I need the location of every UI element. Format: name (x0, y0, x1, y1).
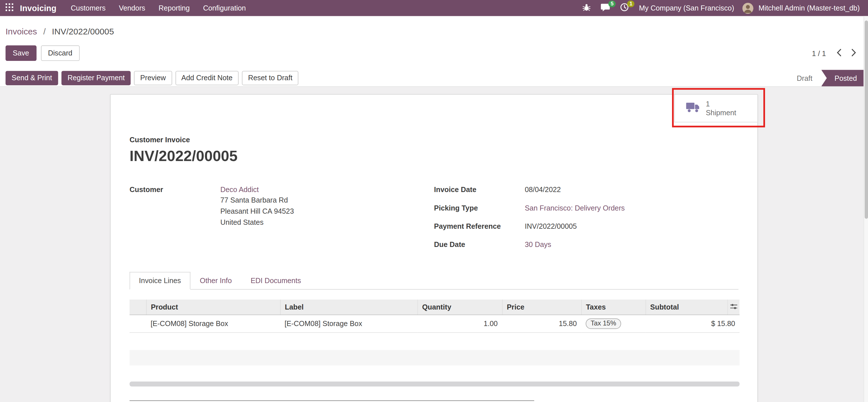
top-navbar: Invoicing Customers Vendors Reporting Co… (0, 0, 868, 16)
table-header-row: Product Label Quantity Price Taxes Subto… (129, 300, 739, 315)
add-credit-note-button[interactable]: Add Credit Note (175, 71, 239, 85)
discard-button[interactable]: Discard (41, 45, 79, 61)
statusbar: Send & Print Register Payment Preview Ad… (0, 70, 868, 87)
horizontal-scrollbar[interactable] (129, 381, 739, 386)
navbar-systray: 5 1 My Company (San Francisco) (578, 0, 865, 16)
chevron-left-icon (836, 49, 842, 58)
picking-type-label: Picking Type (434, 203, 525, 213)
address-line: 77 Santa Barbara Rd (220, 195, 294, 206)
activities-button[interactable]: 1 (615, 0, 634, 16)
address-line: United States (220, 217, 294, 228)
customer-label: Customer (129, 185, 220, 228)
activities-badge: 1 (627, 1, 634, 7)
due-date-value[interactable]: 30 Days (525, 240, 551, 250)
company-switcher[interactable]: My Company (San Francisco) (634, 0, 739, 16)
send-print-button[interactable]: Send & Print (5, 71, 58, 85)
invoice-number-title: INV/2022/00005 (129, 147, 738, 165)
tab-other-info[interactable]: Other Info (190, 272, 241, 290)
vertical-scrollbar-thumb[interactable] (865, 21, 868, 219)
invoice-date-label: Invoice Date (434, 185, 525, 195)
pager-previous-button[interactable] (832, 47, 847, 59)
label-column-header[interactable]: Label (280, 300, 417, 315)
product-cell[interactable]: [E-COM08] Storage Box (146, 315, 280, 332)
field-groups: Customer Deco Addict 77 Santa Barbara Rd… (129, 185, 738, 258)
register-payment-button[interactable]: Register Payment (61, 71, 131, 85)
invoice-date-value[interactable]: 08/04/2022 (525, 185, 561, 195)
user-avatar[interactable] (743, 3, 754, 14)
quantity-cell[interactable]: 1.00 (417, 315, 502, 332)
address-line: Pleasant Hill CA 94523 (220, 206, 294, 217)
user-menu[interactable]: Mitchell Admin (Master-test_db) (754, 0, 865, 16)
row-handle-cell (129, 315, 146, 332)
tab-edi-documents[interactable]: EDI Documents (241, 272, 310, 290)
invoice-date-field: Invoice Date 08/04/2022 (434, 185, 739, 195)
customer-link[interactable]: Deco Addict (220, 185, 259, 194)
status-pipeline: Draft Posted (788, 70, 868, 86)
status-draft[interactable]: Draft (788, 70, 821, 86)
breadcrumb-current: INV/2022/00005 (52, 27, 114, 36)
invoice-sheet: 1 Shipment Customer Invoice INV/2022/000… (110, 94, 758, 402)
taxes-column-header[interactable]: Taxes (581, 300, 646, 315)
save-button[interactable]: Save (5, 45, 36, 61)
breadcrumb-separator: / (43, 27, 45, 36)
customer-field: Customer Deco Addict 77 Santa Barbara Rd… (129, 185, 434, 228)
pager: 1 / 1 (812, 47, 862, 59)
shipment-label: Shipment (706, 109, 736, 117)
app-name[interactable]: Invoicing (20, 3, 56, 13)
document-type-label: Customer Invoice (129, 136, 738, 144)
shipment-count: 1 (706, 99, 736, 108)
vertical-scrollbar-track[interactable] (863, 16, 868, 402)
shipment-smart-button[interactable]: 1 Shipment (674, 95, 757, 122)
main-menu: Customers Vendors Reporting Configuratio… (64, 0, 252, 16)
preview-button[interactable]: Preview (134, 71, 172, 85)
sliders-icon (730, 303, 737, 311)
apps-menu-button[interactable] (0, 0, 19, 16)
subtotal-column-header[interactable]: Subtotal (646, 300, 727, 315)
bug-icon (583, 3, 591, 13)
reset-to-draft-button[interactable]: Reset to Draft (242, 71, 299, 85)
price-cell[interactable]: 15.80 (502, 315, 581, 332)
quantity-column-header[interactable]: Quantity (417, 300, 502, 315)
pager-value: 1 / 1 (812, 49, 826, 57)
menu-configuration[interactable]: Configuration (196, 0, 253, 16)
screen: Invoicing Customers Vendors Reporting Co… (0, 0, 868, 402)
payment-reference-field: Payment Reference INV/2022/00005 (434, 222, 739, 231)
empty-line-stripe (129, 350, 739, 365)
breadcrumb: Invoices / INV/2022/00005 (0, 16, 868, 39)
menu-customers[interactable]: Customers (64, 0, 112, 16)
truck-icon (686, 102, 701, 115)
label-cell[interactable]: [E-COM08] Storage Box (280, 315, 417, 332)
invoice-lines-table: Product Label Quantity Price Taxes Subto… (129, 300, 739, 333)
subtotal-cell: $ 15.80 (646, 315, 740, 332)
due-date-label: Due Date (434, 240, 525, 250)
chevron-right-icon (851, 49, 857, 58)
invoice-info-group: Invoice Date 08/04/2022 Picking Type San… (434, 185, 739, 258)
messages-badge: 5 (609, 1, 616, 7)
status-posted[interactable]: Posted (822, 70, 868, 86)
terms-input-border (129, 400, 534, 401)
tax-tag[interactable]: Tax 15% (586, 318, 621, 329)
apps-grid-icon (5, 3, 13, 13)
menu-vendors[interactable]: Vendors (112, 0, 152, 16)
handle-column-header (129, 300, 146, 315)
payment-reference-label: Payment Reference (434, 222, 525, 231)
taxes-cell: Tax 15% (581, 315, 646, 332)
invoice-line-row[interactable]: [E-COM08] Storage Box [E-COM08] Storage … (129, 315, 739, 332)
picking-type-field: Picking Type San Francisco: Delivery Ord… (434, 203, 739, 213)
debug-mode-button[interactable] (578, 0, 596, 16)
shipment-button-text: 1 Shipment (706, 99, 736, 117)
control-panel: Save Discard 1 / 1 (0, 45, 868, 61)
due-date-field: Due Date 30 Days (434, 240, 739, 250)
customer-group: Customer Deco Addict 77 Santa Barbara Rd… (129, 185, 434, 258)
messages-button[interactable]: 5 (596, 0, 615, 16)
product-column-header[interactable]: Product (146, 300, 280, 315)
payment-reference-value[interactable]: INV/2022/00005 (525, 222, 577, 231)
optional-columns-button[interactable] (727, 300, 740, 315)
breadcrumb-invoices-link[interactable]: Invoices (5, 27, 37, 36)
tab-invoice-lines[interactable]: Invoice Lines (129, 272, 190, 290)
price-column-header[interactable]: Price (502, 300, 581, 315)
pager-next-button[interactable] (846, 47, 862, 59)
picking-type-value[interactable]: San Francisco: Delivery Orders (525, 203, 625, 213)
customer-value: Deco Addict 77 Santa Barbara Rd Pleasant… (220, 185, 294, 228)
menu-reporting[interactable]: Reporting (152, 0, 196, 16)
